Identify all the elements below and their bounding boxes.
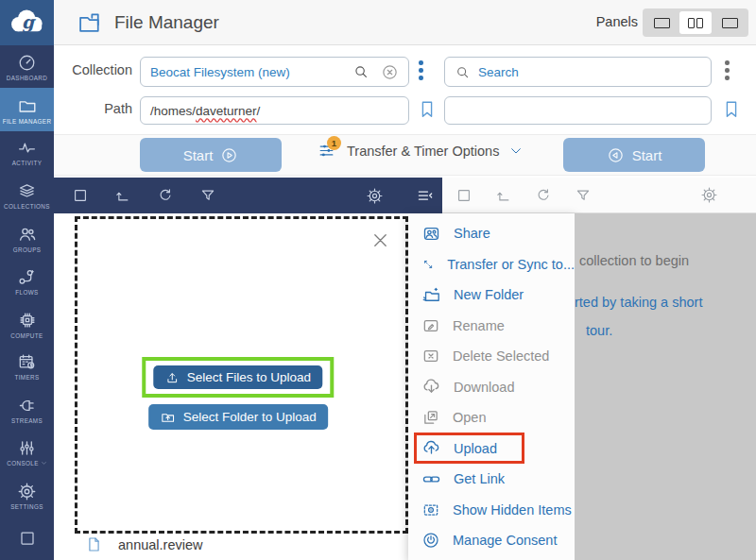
up-one-folder-button[interactable] xyxy=(114,187,131,204)
tour-text: rted by taking a short xyxy=(575,295,702,310)
sidebar-item-console[interactable]: CONSOLE xyxy=(0,432,54,474)
menu-item-open[interactable]: Open xyxy=(408,402,575,433)
upload-icon xyxy=(421,438,441,458)
filter-button[interactable] xyxy=(199,187,216,204)
panel-double-button[interactable] xyxy=(679,11,712,34)
view-settings-button[interactable] xyxy=(366,187,384,205)
settings-icon xyxy=(17,482,37,501)
panel-single-button[interactable] xyxy=(645,11,678,34)
sidebar-item-groups[interactable]: GROUPS xyxy=(0,217,54,260)
close-icon[interactable] xyxy=(370,230,390,250)
compute-icon xyxy=(17,310,38,331)
share-icon xyxy=(421,224,441,244)
menu-item-get-link[interactable]: Get Link xyxy=(408,464,575,495)
menu-label: Upload xyxy=(454,441,497,456)
select-folder-upload-button[interactable]: Select Folder to Upload xyxy=(148,404,328,430)
dashboard-icon xyxy=(17,53,37,73)
upload-folder-icon xyxy=(160,409,176,425)
rename-icon xyxy=(421,316,440,335)
menu-item-delete-selected[interactable]: Delete Selected xyxy=(408,341,575,372)
sidebar-item-activity[interactable]: ACTIVITY xyxy=(0,131,54,174)
start-transfer-left-button[interactable]: Start xyxy=(140,138,282,172)
panels-toggle-group xyxy=(643,8,748,37)
menu-item-manage-consent[interactable]: Manage Consent xyxy=(408,525,575,556)
sidebar-item-collections[interactable]: COLLECTIONS xyxy=(0,174,54,216)
right-panel-menu-dots[interactable] xyxy=(725,60,730,80)
console-icon xyxy=(17,438,37,458)
search-box[interactable] xyxy=(444,57,712,87)
path-prefix: /homes/ xyxy=(150,104,196,118)
sidebar-item-label: COLLECTIONS xyxy=(4,203,50,210)
start-transfer-right-button[interactable]: Start xyxy=(563,138,705,172)
sidebar-item-partial[interactable] xyxy=(0,517,54,559)
sidebar-item-label: FLOWS xyxy=(15,289,38,296)
sidebar-item-label: COMPUTE xyxy=(10,332,43,339)
menu-label: Show Hidden Items xyxy=(453,502,572,518)
view-settings-button-right[interactable] xyxy=(700,186,718,204)
path-input[interactable]: /homes/daveturner/ xyxy=(140,96,409,125)
menu-item-new-folder[interactable]: New Folder xyxy=(408,280,575,311)
header-bar: File Manager Panels xyxy=(54,0,756,45)
bookmark-icon-right[interactable] xyxy=(721,99,742,120)
partial-icon xyxy=(18,529,37,548)
select-all-button-right[interactable] xyxy=(455,187,472,204)
start-label: Start xyxy=(632,147,662,163)
page-title: File Manager xyxy=(114,12,219,33)
transfer-timer-options[interactable]: 1 Transfer & Timer Options xyxy=(318,142,524,160)
menu-item-show-hidden[interactable]: Show Hidden Items xyxy=(408,495,575,526)
collapse-menu-button[interactable] xyxy=(416,186,435,205)
context-menu: Share Transfer or Sync to... New Folder … xyxy=(408,213,575,560)
sidebar: g DASHBOARD FILE MANAGER ACTIVITY COLLEC… xyxy=(0,0,54,560)
menu-item-rename[interactable]: Rename xyxy=(408,311,575,342)
globus-logo[interactable]: g xyxy=(0,0,54,45)
bookmark-icon[interactable] xyxy=(417,99,438,120)
panel-right-button[interactable] xyxy=(713,11,746,34)
sidebar-item-label: GROUPS xyxy=(13,246,42,253)
clear-collection-icon[interactable] xyxy=(381,63,399,81)
sidebar-item-streams[interactable]: STREAMS xyxy=(0,388,54,431)
sidebar-item-timers[interactable]: TIMERS xyxy=(0,346,54,388)
link-icon xyxy=(421,469,441,489)
tour-link[interactable]: tour. xyxy=(586,323,612,338)
play-left-icon xyxy=(607,146,625,164)
file-manager-icon xyxy=(77,9,103,36)
right-path-input[interactable] xyxy=(444,96,712,125)
sidebar-item-dashboard[interactable]: DASHBOARD xyxy=(0,45,54,88)
refresh-button[interactable] xyxy=(157,187,174,204)
path-label: Path xyxy=(54,101,132,116)
eye-icon xyxy=(421,501,440,519)
upload-file-icon xyxy=(164,370,180,385)
power-icon xyxy=(421,531,440,550)
collection-input[interactable]: Beocat Filesystem (new) xyxy=(140,57,409,87)
file-name: annual.review xyxy=(118,537,202,552)
highlight-green-box: Select Files to Upload xyxy=(142,357,334,398)
refresh-button-right[interactable] xyxy=(535,187,552,204)
search-input[interactable] xyxy=(478,65,701,79)
sidebar-item-compute[interactable]: COMPUTE xyxy=(0,302,54,345)
search-icon[interactable] xyxy=(352,63,369,80)
menu-label: Download xyxy=(454,380,515,395)
upload-dropzone-overlay[interactable]: Select Files to Upload Select Folder to … xyxy=(75,216,408,534)
path-username: daveturner xyxy=(196,104,257,118)
up-one-folder-button-right[interactable] xyxy=(495,187,512,204)
sidebar-item-flows[interactable]: FLOWS xyxy=(0,260,54,302)
right-file-panel-empty: collection to begin rted by taking a sho… xyxy=(575,213,756,560)
sidebar-item-label: TIMERS xyxy=(14,374,39,381)
menu-item-transfer-sync[interactable]: Transfer or Sync to... xyxy=(408,249,575,280)
sidebar-item-label: SETTINGS xyxy=(10,503,43,510)
menu-item-upload[interactable]: Upload xyxy=(408,433,575,465)
select-all-button[interactable] xyxy=(72,187,89,204)
menu-item-share[interactable]: Share xyxy=(408,218,575,249)
menu-label: New Folder xyxy=(454,287,524,302)
select-files-upload-button[interactable]: Select Files to Upload xyxy=(153,365,322,389)
menu-item-download[interactable]: Download xyxy=(408,372,575,403)
path-suffix: / xyxy=(257,104,261,118)
sidebar-item-file-manager[interactable]: FILE MANAGER xyxy=(0,88,54,130)
folder-icon xyxy=(17,95,38,116)
collection-menu-dots[interactable] xyxy=(419,60,423,80)
groups-icon xyxy=(17,224,38,245)
sidebar-item-settings[interactable]: SETTINGS xyxy=(0,474,54,517)
filter-button-right[interactable] xyxy=(575,187,592,204)
file-row[interactable]: annual.review xyxy=(85,535,202,553)
sidebar-item-label: DASHBOARD xyxy=(7,75,48,81)
